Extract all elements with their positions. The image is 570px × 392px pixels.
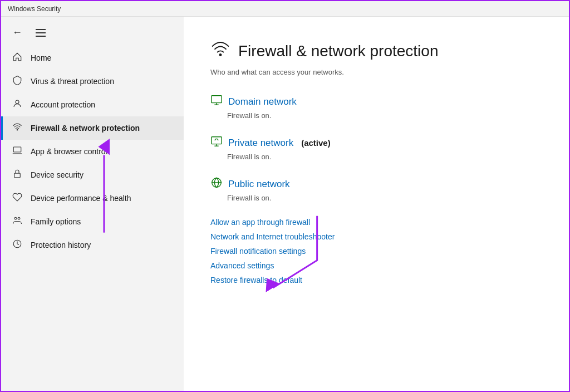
shield-icon [12, 75, 23, 87]
svg-point-2 [16, 100, 19, 104]
advanced-settings-link[interactable]: Advanced settings [210, 261, 542, 270]
sidebar-label-family: Family options [31, 217, 81, 226]
public-network-icon [210, 177, 223, 192]
account-icon [12, 99, 23, 111]
page-title: Firewall & network protection [238, 42, 438, 60]
family-icon [12, 215, 23, 228]
svg-rect-10 [212, 96, 222, 103]
sidebar-label-account: Account protection [31, 100, 95, 109]
domain-network-item: Domain network [210, 94, 542, 109]
history-icon [12, 239, 23, 251]
notification-settings-link[interactable]: Firewall notification settings [210, 247, 542, 256]
sidebar-label-appbrowser: App & browser control [31, 147, 107, 156]
troubleshooter-link[interactable]: Network and Internet troubleshooter [210, 232, 542, 241]
restore-defaults-link[interactable]: Restore firewalls to default [210, 276, 542, 285]
public-network-status: Firewall is on. [210, 194, 542, 202]
sidebar-nav: Home Virus & threat protection Acco [1, 46, 184, 257]
home-icon [12, 52, 23, 64]
private-network-item: Private network (active) [210, 135, 542, 150]
sidebar-item-account[interactable]: Account protection [1, 93, 184, 116]
page-header-icon [210, 39, 230, 63]
private-network-active-badge: (active) [301, 138, 331, 148]
sidebar-label-home: Home [31, 53, 51, 62]
sidebar-label-devicehealth: Device performance & health [31, 194, 131, 203]
hamburger-button[interactable] [33, 27, 48, 39]
svg-rect-11 [212, 137, 222, 144]
sidebar-item-devicehealth[interactable]: Device performance & health [1, 187, 184, 210]
allow-app-link[interactable]: Allow an app through firewall [210, 218, 542, 227]
svg-point-6 [14, 217, 17, 219]
svg-point-7 [18, 217, 20, 219]
page-subtitle: Who and what can access your networks. [210, 68, 542, 76]
sidebar-label-devicesecurity: Device security [31, 170, 83, 179]
private-network-status: Firewall is on. [210, 153, 542, 161]
sidebar: ← Home [1, 17, 184, 391]
title-bar: Windows Security [1, 1, 569, 17]
sidebar-label-history: Protection history [31, 241, 91, 249]
svg-rect-5 [14, 173, 21, 178]
private-network-link[interactable]: Private network [228, 138, 293, 149]
main-content: Firewall & network protection Who and wh… [184, 17, 569, 391]
title-bar-text: Windows Security [8, 5, 61, 13]
sidebar-item-virus[interactable]: Virus & threat protection [1, 70, 184, 93]
heart-icon [12, 192, 23, 204]
public-network-section: Public network Firewall is on. [210, 177, 542, 202]
sidebar-item-family[interactable]: Family options [1, 210, 184, 233]
domain-network-section: Domain network Firewall is on. [210, 94, 542, 120]
sidebar-item-history[interactable]: Protection history [1, 233, 184, 257]
page-header: Firewall & network protection [210, 39, 542, 63]
private-network-section: Private network (active) Firewall is on. [210, 135, 542, 161]
svg-point-3 [17, 130, 18, 131]
svg-point-9 [220, 54, 222, 56]
private-network-icon [210, 135, 223, 150]
sidebar-item-devicesecurity[interactable]: Device security [1, 163, 184, 187]
sidebar-label-virus: Virus & threat protection [31, 77, 114, 86]
domain-network-link[interactable]: Domain network [228, 96, 297, 107]
action-links-section: Allow an app through firewall Network an… [210, 218, 542, 285]
sidebar-top-controls: ← [1, 21, 184, 46]
wifi-icon [12, 122, 23, 134]
back-button[interactable]: ← [10, 24, 24, 41]
domain-network-icon [210, 94, 223, 109]
sidebar-item-home[interactable]: Home [1, 46, 184, 70]
lock-icon [12, 169, 23, 181]
public-network-item: Public network [210, 177, 542, 192]
sidebar-label-firewall: Firewall & network protection [31, 124, 140, 133]
sidebar-item-appbrowser[interactable]: App & browser control [1, 140, 184, 163]
public-network-link[interactable]: Public network [228, 179, 290, 190]
domain-network-status: Firewall is on. [210, 111, 542, 120]
sidebar-item-firewall[interactable]: Firewall & network protection [1, 116, 184, 140]
laptop-icon [12, 145, 23, 158]
svg-rect-4 [13, 147, 21, 152]
